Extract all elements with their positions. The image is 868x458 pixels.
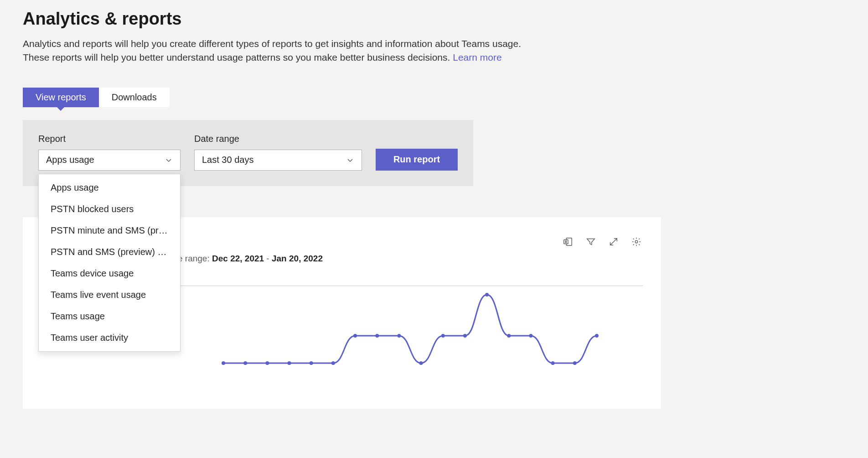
report-option-apps-usage[interactable]: Apps usage	[39, 177, 180, 198]
svg-point-9	[353, 334, 357, 338]
report-option-teams-device-usage[interactable]: Teams device usage	[39, 263, 180, 284]
daterange-label: Date range	[194, 134, 362, 144]
tab-downloads[interactable]: Downloads	[99, 88, 170, 107]
gear-icon[interactable]	[631, 236, 642, 247]
svg-point-17	[529, 334, 532, 338]
svg-point-3	[222, 361, 225, 365]
run-report-button[interactable]: Run report	[376, 149, 458, 171]
filter-panel: Report Apps usage Date range Last 30 day…	[23, 120, 473, 186]
report-meta: e range: Dec 22, 2021 - Jan 20, 2022	[178, 254, 643, 264]
svg-point-6	[288, 361, 291, 365]
report-option-pstn-blocked-users[interactable]: PSTN blocked users	[39, 198, 180, 220]
svg-point-4	[243, 361, 247, 365]
report-label: Report	[38, 134, 181, 144]
svg-point-16	[507, 334, 511, 338]
svg-point-14	[463, 334, 467, 338]
report-option-teams-live-event-usage[interactable]: Teams live event usage	[39, 284, 180, 306]
report-option-pstn-minute-sms[interactable]: PSTN minute and SMS (pre...	[39, 220, 180, 241]
tab-view-reports[interactable]: View reports	[23, 88, 99, 107]
daterange-select-value: Last 30 days	[202, 155, 253, 165]
tabs: View reports Downloads	[23, 88, 845, 107]
svg-point-8	[331, 361, 335, 365]
page-description: Analytics and reports will help you crea…	[23, 37, 538, 65]
report-select-value: Apps usage	[46, 155, 94, 165]
svg-point-11	[397, 334, 401, 338]
page-title: Analytics & reports	[23, 9, 845, 29]
svg-point-20	[595, 334, 599, 338]
filter-icon[interactable]	[585, 236, 596, 247]
daterange-field: Date range Last 30 days	[194, 134, 362, 171]
meta-date-end: Jan 20, 2022	[272, 254, 323, 263]
svg-point-5	[265, 361, 269, 365]
svg-point-10	[375, 334, 379, 338]
meta-date-start: Dec 22, 2021	[212, 254, 264, 263]
svg-point-2	[635, 240, 638, 243]
svg-point-12	[419, 361, 423, 365]
report-option-pstn-sms-usage[interactable]: PSTN and SMS (preview) u...	[39, 241, 180, 263]
expand-icon[interactable]	[608, 236, 619, 247]
chevron-down-icon	[165, 156, 173, 164]
page-description-text: Analytics and reports will help you crea…	[23, 38, 521, 62]
export-excel-icon[interactable]	[563, 236, 574, 247]
report-option-teams-usage[interactable]: Teams usage	[39, 306, 180, 327]
svg-point-7	[310, 361, 313, 365]
meta-date-sep: -	[264, 254, 272, 263]
svg-point-13	[441, 334, 445, 338]
report-option-teams-user-activity[interactable]: Teams user activity	[39, 327, 180, 349]
report-field: Report Apps usage	[38, 134, 181, 171]
svg-point-15	[485, 293, 489, 297]
svg-point-18	[551, 361, 555, 365]
chevron-down-icon	[346, 156, 354, 164]
card-toolbar	[563, 236, 642, 247]
svg-point-19	[573, 361, 577, 365]
report-dropdown: Apps usage PSTN blocked users PSTN minut…	[38, 174, 181, 352]
learn-more-link[interactable]: Learn more	[453, 52, 501, 62]
meta-prefix: e range:	[178, 254, 212, 263]
daterange-select[interactable]: Last 30 days	[194, 150, 362, 171]
report-select[interactable]: Apps usage	[38, 150, 181, 171]
